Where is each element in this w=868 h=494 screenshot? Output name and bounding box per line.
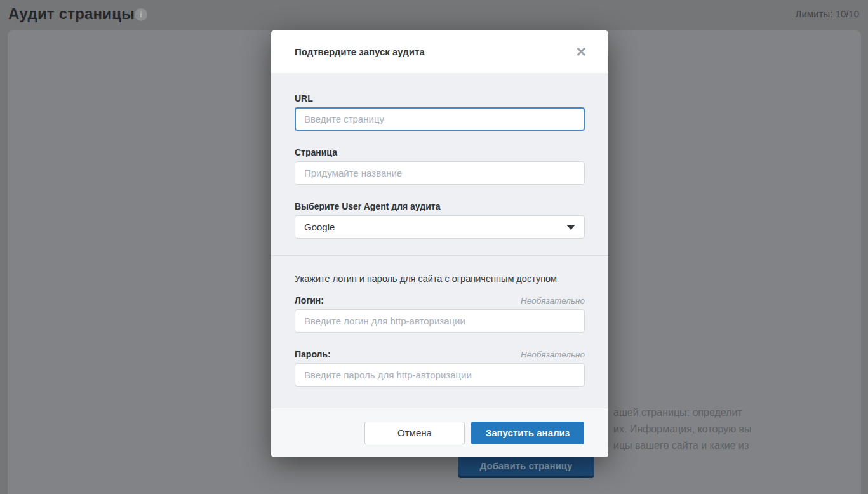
password-optional-hint: Необязательно (521, 350, 585, 359)
modal-footer: Отмена Запустить анализ (271, 408, 608, 457)
page-name-input[interactable] (295, 161, 585, 185)
login-label: Логин: (295, 295, 324, 305)
login-input[interactable] (295, 309, 585, 333)
user-agent-selected-value: Google (304, 222, 335, 232)
auth-section-heading: Укажите логин и пароль для сайта с огран… (295, 274, 585, 284)
page-name-field-group: Страница (295, 147, 585, 185)
cancel-button[interactable]: Отмена (364, 422, 465, 444)
background-description-line: ицы вашего сайта и какие из (613, 437, 752, 454)
run-analysis-button[interactable]: Запустить анализ (471, 422, 584, 444)
password-label: Пароль: (295, 349, 331, 359)
login-label-row: Логин: Необязательно (295, 295, 585, 305)
login-optional-hint: Необязательно (521, 296, 585, 305)
background-description-line: их. Информация, которую вы (613, 421, 752, 437)
chevron-down-icon (566, 225, 575, 230)
section-divider (271, 255, 608, 256)
modal-title: Подтвердите запуск аудита (295, 46, 425, 57)
url-field-group: URL (295, 93, 585, 131)
user-agent-label: Выберите User Agent для аудита (295, 201, 585, 211)
close-icon[interactable]: ✕ (575, 45, 587, 58)
page-title: Аудит страницы (8, 5, 135, 23)
password-label-row: Пароль: Необязательно (295, 349, 585, 359)
page-header: Аудит страницы i Лимиты: 10/10 (0, 0, 868, 30)
modal-header: Подтвердите запуск аудита ✕ (271, 30, 608, 73)
info-icon[interactable]: i (135, 8, 147, 21)
page-name-label: Страница (295, 147, 585, 157)
modal-body: URL Страница Выберите User Agent для ауд… (271, 73, 608, 408)
limits-label: Лимиты: 10/10 (796, 8, 859, 19)
background-description: ашей страницы: определит их. Информация,… (613, 404, 752, 454)
user-agent-select[interactable]: Google (295, 215, 585, 239)
background-description-line: ашей страницы: определит (613, 404, 752, 421)
confirm-audit-modal: Подтвердите запуск аудита ✕ URL Страница… (271, 30, 608, 457)
password-field-group: Пароль: Необязательно (295, 349, 585, 387)
password-input[interactable] (295, 363, 585, 387)
user-agent-field-group: Выберите User Agent для аудита Google (295, 201, 585, 239)
url-input[interactable] (295, 107, 585, 131)
url-label: URL (295, 93, 585, 103)
login-field-group: Логин: Необязательно (295, 295, 585, 333)
